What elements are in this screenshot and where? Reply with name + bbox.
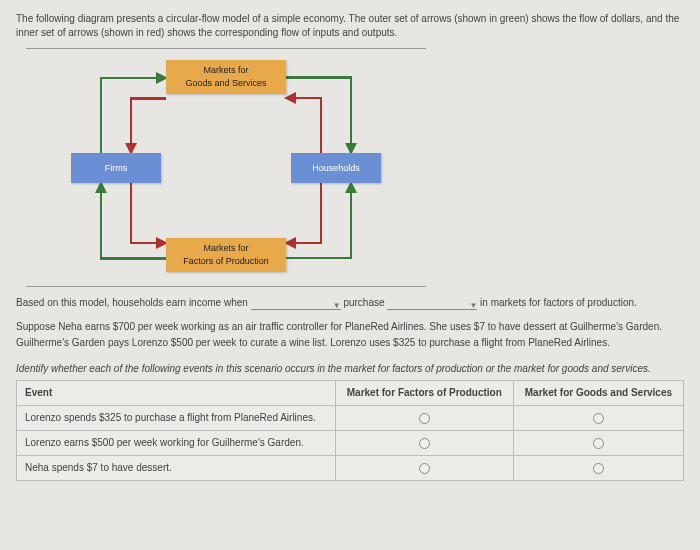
col-factors: Market for Factors of Production [335,381,513,406]
chevron-down-icon: ▼ [469,300,477,311]
table-row: Neha spends $7 to have dessert. [17,456,684,481]
event-cell: Lorenzo spends $325 to purchase a flight… [17,406,336,431]
circular-flow-diagram: Markets forGoods and Services Firms Hous… [16,48,436,288]
markets-goods-box: Markets forGoods and Services [166,60,286,94]
table-header-row: Event Market for Factors of Production M… [17,381,684,406]
event-cell: Neha spends $7 to have dessert. [17,456,336,481]
intro-text: The following diagram presents a circula… [16,12,684,40]
col-event: Event [17,381,336,406]
radio-goods[interactable] [593,438,604,449]
question-suffix: in markets for factors of production. [480,297,637,308]
scenario-line-1: Suppose Neha earns $700 per week working… [16,320,684,334]
radio-goods[interactable] [593,413,604,424]
events-table: Event Market for Factors of Production M… [16,380,684,481]
question-prefix: Based on this model, households earn inc… [16,297,248,308]
households-box: Households [291,153,381,183]
radio-factors[interactable] [419,463,430,474]
radio-goods[interactable] [593,463,604,474]
fill-blank-question: Based on this model, households earn inc… [16,296,684,310]
dropdown-blank-1[interactable]: ▼ [251,298,341,310]
event-cell: Lorenzo earns $500 per week working for … [17,431,336,456]
chevron-down-icon: ▼ [333,300,341,311]
table-row: Lorenzo spends $325 to purchase a flight… [17,406,684,431]
col-goods: Market for Goods and Services [513,381,683,406]
radio-factors[interactable] [419,413,430,424]
markets-factors-box: Markets forFactors of Production [166,238,286,272]
scenario-text: Suppose Neha earns $700 per week working… [16,320,684,350]
identify-prompt: Identify whether each of the following e… [16,362,684,376]
dropdown-blank-2[interactable]: ▼ [387,298,477,310]
radio-factors[interactable] [419,438,430,449]
question-mid: purchase [343,297,384,308]
firms-box: Firms [71,153,161,183]
divider-bottom [26,286,426,287]
scenario-line-2: Guilherme's Garden pays Lorenzo $500 per… [16,336,684,350]
table-row: Lorenzo earns $500 per week working for … [17,431,684,456]
